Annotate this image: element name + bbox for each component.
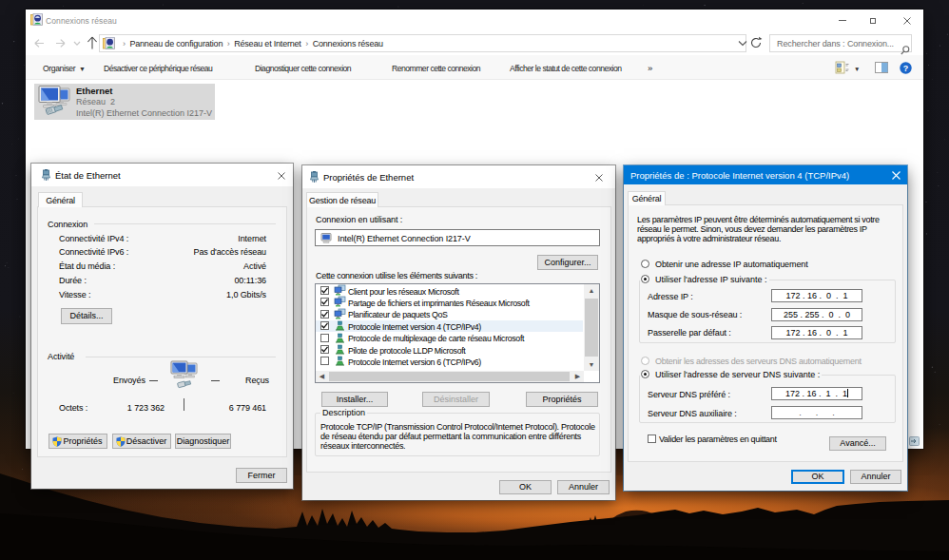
svg-text:?: ?	[903, 64, 909, 73]
